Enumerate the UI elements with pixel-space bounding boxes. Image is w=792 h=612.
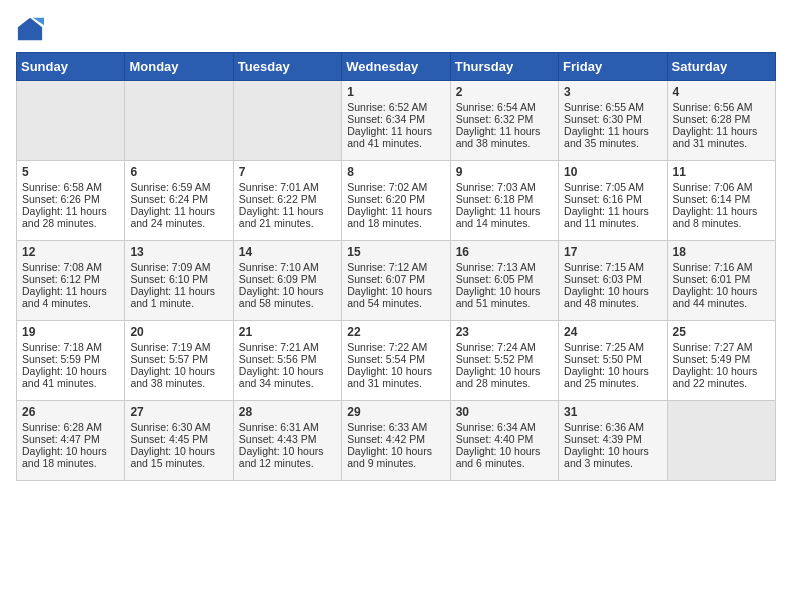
day-info: Sunset: 6:22 PM [239,193,336,205]
day-info: Sunrise: 7:09 AM [130,261,227,273]
calendar-cell: 23Sunrise: 7:24 AMSunset: 5:52 PMDayligh… [450,321,558,401]
calendar-cell: 7Sunrise: 7:01 AMSunset: 6:22 PMDaylight… [233,161,341,241]
calendar-cell: 8Sunrise: 7:02 AMSunset: 6:20 PMDaylight… [342,161,450,241]
calendar-cell: 11Sunrise: 7:06 AMSunset: 6:14 PMDayligh… [667,161,775,241]
day-info: Sunrise: 7:01 AM [239,181,336,193]
calendar-cell: 2Sunrise: 6:54 AMSunset: 6:32 PMDaylight… [450,81,558,161]
day-info: Sunrise: 7:12 AM [347,261,444,273]
day-info: Daylight: 10 hours and 25 minutes. [564,365,661,389]
day-number: 19 [22,325,119,339]
day-info: Daylight: 10 hours and 34 minutes. [239,365,336,389]
day-number: 8 [347,165,444,179]
day-info: Daylight: 11 hours and 28 minutes. [22,205,119,229]
calendar-cell: 28Sunrise: 6:31 AMSunset: 4:43 PMDayligh… [233,401,341,481]
day-info: Daylight: 10 hours and 54 minutes. [347,285,444,309]
day-info: Daylight: 10 hours and 58 minutes. [239,285,336,309]
day-number: 16 [456,245,553,259]
day-info: Sunrise: 7:06 AM [673,181,770,193]
day-number: 28 [239,405,336,419]
calendar-week-3: 12Sunrise: 7:08 AMSunset: 6:12 PMDayligh… [17,241,776,321]
logo-icon [16,16,44,44]
day-info: Sunrise: 7:27 AM [673,341,770,353]
calendar-cell: 24Sunrise: 7:25 AMSunset: 5:50 PMDayligh… [559,321,667,401]
day-info: Sunset: 6:30 PM [564,113,661,125]
day-number: 11 [673,165,770,179]
calendar-cell: 18Sunrise: 7:16 AMSunset: 6:01 PMDayligh… [667,241,775,321]
calendar-cell: 30Sunrise: 6:34 AMSunset: 4:40 PMDayligh… [450,401,558,481]
day-info: Daylight: 11 hours and 4 minutes. [22,285,119,309]
day-info: Daylight: 11 hours and 31 minutes. [673,125,770,149]
day-info: Daylight: 10 hours and 48 minutes. [564,285,661,309]
calendar-week-1: 1Sunrise: 6:52 AMSunset: 6:34 PMDaylight… [17,81,776,161]
day-info: Sunset: 6:26 PM [22,193,119,205]
day-info: Sunset: 5:50 PM [564,353,661,365]
day-number: 3 [564,85,661,99]
day-info: Sunrise: 6:55 AM [564,101,661,113]
day-info: Sunrise: 7:18 AM [22,341,119,353]
day-info: Sunset: 6:24 PM [130,193,227,205]
day-number: 31 [564,405,661,419]
day-info: Daylight: 10 hours and 44 minutes. [673,285,770,309]
day-number: 18 [673,245,770,259]
calendar-cell [17,81,125,161]
day-info: Sunset: 6:05 PM [456,273,553,285]
calendar-cell: 3Sunrise: 6:55 AMSunset: 6:30 PMDaylight… [559,81,667,161]
day-info: Sunset: 5:56 PM [239,353,336,365]
day-info: Sunrise: 6:36 AM [564,421,661,433]
calendar-cell: 10Sunrise: 7:05 AMSunset: 6:16 PMDayligh… [559,161,667,241]
calendar-cell [667,401,775,481]
day-info: Daylight: 10 hours and 38 minutes. [130,365,227,389]
day-info: Daylight: 11 hours and 35 minutes. [564,125,661,149]
day-info: Sunrise: 6:58 AM [22,181,119,193]
day-info: Sunrise: 7:10 AM [239,261,336,273]
day-info: Sunrise: 7:22 AM [347,341,444,353]
calendar-cell: 16Sunrise: 7:13 AMSunset: 6:05 PMDayligh… [450,241,558,321]
calendar-cell: 12Sunrise: 7:08 AMSunset: 6:12 PMDayligh… [17,241,125,321]
calendar-cell: 27Sunrise: 6:30 AMSunset: 4:45 PMDayligh… [125,401,233,481]
day-info: Sunset: 5:52 PM [456,353,553,365]
day-info: Sunrise: 7:16 AM [673,261,770,273]
day-info: Sunrise: 7:21 AM [239,341,336,353]
day-number: 24 [564,325,661,339]
day-number: 10 [564,165,661,179]
day-info: Sunrise: 6:30 AM [130,421,227,433]
day-info: Sunset: 5:57 PM [130,353,227,365]
day-info: Sunrise: 7:02 AM [347,181,444,193]
header-sunday: Sunday [17,53,125,81]
day-info: Sunrise: 7:03 AM [456,181,553,193]
day-info: Sunset: 6:07 PM [347,273,444,285]
day-info: Daylight: 10 hours and 28 minutes. [456,365,553,389]
day-info: Sunrise: 7:05 AM [564,181,661,193]
day-number: 29 [347,405,444,419]
calendar-cell: 19Sunrise: 7:18 AMSunset: 5:59 PMDayligh… [17,321,125,401]
header-tuesday: Tuesday [233,53,341,81]
calendar-cell: 1Sunrise: 6:52 AMSunset: 6:34 PMDaylight… [342,81,450,161]
calendar-cell: 5Sunrise: 6:58 AMSunset: 6:26 PMDaylight… [17,161,125,241]
calendar-header-row: SundayMondayTuesdayWednesdayThursdayFrid… [17,53,776,81]
logo [16,16,48,44]
day-info: Sunrise: 6:56 AM [673,101,770,113]
day-info: Sunset: 6:14 PM [673,193,770,205]
day-number: 17 [564,245,661,259]
header-saturday: Saturday [667,53,775,81]
day-info: Sunrise: 6:59 AM [130,181,227,193]
day-info: Sunrise: 7:08 AM [22,261,119,273]
day-info: Sunrise: 7:15 AM [564,261,661,273]
day-info: Sunset: 6:32 PM [456,113,553,125]
calendar-cell: 4Sunrise: 6:56 AMSunset: 6:28 PMDaylight… [667,81,775,161]
calendar-cell: 25Sunrise: 7:27 AMSunset: 5:49 PMDayligh… [667,321,775,401]
calendar-cell: 29Sunrise: 6:33 AMSunset: 4:42 PMDayligh… [342,401,450,481]
day-number: 21 [239,325,336,339]
day-info: Daylight: 10 hours and 15 minutes. [130,445,227,469]
day-info: Sunrise: 6:54 AM [456,101,553,113]
day-info: Sunset: 6:12 PM [22,273,119,285]
day-info: Sunset: 6:09 PM [239,273,336,285]
day-number: 1 [347,85,444,99]
calendar-cell: 31Sunrise: 6:36 AMSunset: 4:39 PMDayligh… [559,401,667,481]
calendar-cell: 20Sunrise: 7:19 AMSunset: 5:57 PMDayligh… [125,321,233,401]
day-info: Sunrise: 7:24 AM [456,341,553,353]
day-info: Daylight: 10 hours and 12 minutes. [239,445,336,469]
day-info: Sunset: 6:03 PM [564,273,661,285]
day-info: Daylight: 10 hours and 18 minutes. [22,445,119,469]
day-number: 25 [673,325,770,339]
